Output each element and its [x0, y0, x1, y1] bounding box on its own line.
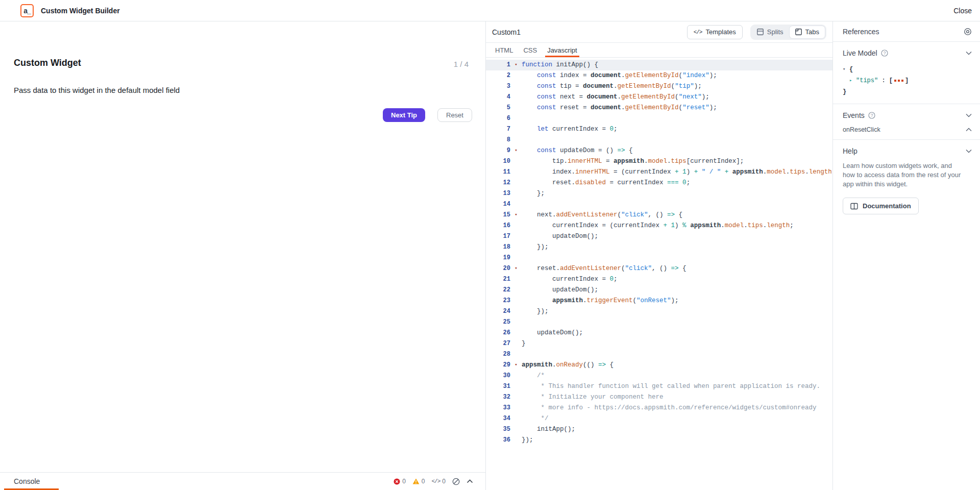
- fold-gutter: [510, 338, 522, 349]
- fold-arrow-icon[interactable]: ▾: [510, 360, 522, 371]
- line-number: 10: [486, 156, 510, 167]
- help-circle-icon[interactable]: ?: [868, 112, 875, 119]
- warning-count: 0: [422, 478, 425, 485]
- next-tip-button[interactable]: Next Tip: [383, 108, 425, 122]
- code-line[interactable]: 4 const next = document.getElementById("…: [486, 92, 832, 103]
- code-line[interactable]: 16 currentIndex = (currentIndex + 1) % a…: [486, 220, 832, 231]
- fold-gutter: [510, 70, 522, 81]
- chevron-down-icon[interactable]: [966, 51, 972, 55]
- code-line[interactable]: 29▾appsmith.onReady(() => {: [486, 360, 832, 371]
- documentation-button[interactable]: Documentation: [843, 198, 919, 214]
- code-line[interactable]: 6: [486, 113, 832, 124]
- templates-button[interactable]: </> Templates: [687, 25, 743, 39]
- code-line[interactable]: 35 initApp();: [486, 424, 832, 435]
- code-line[interactable]: 18 });: [486, 242, 832, 253]
- code-line[interactable]: 5 const reset = document.getElementById(…: [486, 103, 832, 113]
- code-content: });: [522, 306, 832, 317]
- tab-html[interactable]: HTML: [495, 43, 513, 57]
- clear-console-icon[interactable]: [452, 478, 460, 485]
- code-line[interactable]: 3 const tip = document.getElementById("t…: [486, 81, 832, 92]
- fold-gutter: [510, 274, 522, 285]
- fold-arrow-icon[interactable]: ▾: [510, 145, 522, 156]
- event-item-onresetclick[interactable]: onResetClick: [843, 126, 972, 133]
- code-line[interactable]: 28: [486, 349, 832, 360]
- editor-panel: Custom1 </> Templates Splits Tabs: [485, 21, 833, 490]
- log-count-group[interactable]: </> 0: [432, 478, 446, 485]
- error-count-group[interactable]: 0: [394, 478, 406, 485]
- chevron-up-icon[interactable]: [467, 479, 473, 483]
- fold-gutter: [510, 167, 522, 178]
- code-line[interactable]: 26 updateDom();: [486, 328, 832, 338]
- code-line[interactable]: 22 updateDom();: [486, 285, 832, 296]
- help-circle-icon[interactable]: ?: [881, 50, 888, 57]
- code-line[interactable]: 12 reset.disabled = currentIndex === 0;: [486, 178, 832, 188]
- line-number: 16: [486, 220, 510, 231]
- code-line[interactable]: 24 });: [486, 306, 832, 317]
- chevron-down-icon[interactable]: [966, 113, 972, 117]
- code-line[interactable]: 10 tip.innerHTML = appsmith.model.tips[c…: [486, 156, 832, 167]
- code-line[interactable]: 19: [486, 253, 832, 263]
- references-header: References: [833, 21, 980, 42]
- event-name: onResetClick: [843, 126, 880, 133]
- tab-css[interactable]: CSS: [523, 43, 537, 57]
- code-line[interactable]: 7 let currentIndex = 0;: [486, 124, 832, 135]
- fold-arrow-icon[interactable]: ▾: [510, 263, 522, 274]
- code-content: appsmith.onReady(() => {: [522, 360, 832, 371]
- code-editor[interactable]: 1▾function initApp() {2 const index = do…: [486, 58, 832, 490]
- eye-icon[interactable]: [964, 28, 972, 36]
- code-line[interactable]: 30 /*: [486, 371, 832, 381]
- chevron-down-icon[interactable]: [966, 149, 972, 153]
- code-line[interactable]: 2 const index = document.getElementById(…: [486, 70, 832, 81]
- templates-button-label: Templates: [705, 28, 736, 36]
- fold-arrow-icon[interactable]: ▾: [510, 210, 522, 220]
- code-line[interactable]: 9▾ const updateDom = () => {: [486, 145, 832, 156]
- line-number: 8: [486, 135, 510, 145]
- line-number: 6: [486, 113, 510, 124]
- svg-text:?: ?: [870, 113, 873, 118]
- code-line[interactable]: 17 updateDom();: [486, 231, 832, 242]
- code-line[interactable]: 20▾ reset.addEventListener("click", () =…: [486, 263, 832, 274]
- code-line[interactable]: 32 * Initialize your component here: [486, 392, 832, 403]
- reset-button[interactable]: Reset: [437, 108, 472, 122]
- layout-toggle-splits[interactable]: Splits: [751, 26, 789, 39]
- fold-gutter: [510, 81, 522, 92]
- code-line[interactable]: 31 * This handler function will get call…: [486, 381, 832, 392]
- code-line[interactable]: 23 appsmith.triggerEvent("onReset");: [486, 296, 832, 306]
- layout-toggle-tabs[interactable]: Tabs: [789, 26, 825, 39]
- collapsed-array-dots-icon[interactable]: [894, 80, 903, 82]
- code-line[interactable]: 27}: [486, 338, 832, 349]
- json-root-row[interactable]: ▾ {: [843, 64, 972, 75]
- code-line[interactable]: 25: [486, 317, 832, 328]
- code-line[interactable]: 33 * more info - https://docs.appsmith.c…: [486, 403, 832, 413]
- fold-gutter: [510, 231, 522, 242]
- chevron-up-icon[interactable]: [966, 128, 972, 132]
- tab-javascript[interactable]: Javascript: [547, 43, 577, 57]
- close-button[interactable]: Close: [953, 7, 972, 15]
- line-number: 28: [486, 349, 510, 360]
- code-line[interactable]: 21 currentIndex = 0;: [486, 274, 832, 285]
- console-tab[interactable]: Console: [14, 477, 40, 485]
- line-number: 18: [486, 242, 510, 253]
- tip-description: Pass data to this widget in the default …: [14, 86, 180, 94]
- fold-arrow-icon[interactable]: ▾: [510, 60, 522, 70]
- code-line[interactable]: 1▾function initApp() {: [486, 60, 832, 70]
- code-line[interactable]: 13 };: [486, 188, 832, 199]
- code-line[interactable]: 8: [486, 135, 832, 145]
- line-number: 27: [486, 338, 510, 349]
- code-line[interactable]: 34 */: [486, 413, 832, 424]
- code-lines: 1▾function initApp() {2 const index = do…: [486, 60, 832, 446]
- json-tips-row[interactable]: ▸ "tips" : [ ]: [843, 75, 972, 86]
- references-panel: References Live Model ? ▾ { ▸: [833, 21, 980, 490]
- error-icon: [394, 478, 400, 485]
- code-content: });: [522, 242, 832, 253]
- code-line[interactable]: 36});: [486, 435, 832, 446]
- code-content: const next = document.getElementById("ne…: [522, 92, 832, 103]
- warning-count-group[interactable]: 0: [412, 478, 425, 485]
- live-model-section: Live Model ? ▾ { ▸ "tips" : [ ]: [833, 42, 980, 104]
- appsmith-logo-icon: a_: [20, 4, 34, 17]
- code-content: const index = document.getElementById("i…: [522, 70, 832, 81]
- code-line[interactable]: 11 index.innerHTML = (currentIndex + 1) …: [486, 167, 832, 178]
- fold-gutter: [510, 135, 522, 145]
- code-line[interactable]: 15▾ next.addEventListener("click", () =>…: [486, 210, 832, 220]
- code-line[interactable]: 14: [486, 199, 832, 210]
